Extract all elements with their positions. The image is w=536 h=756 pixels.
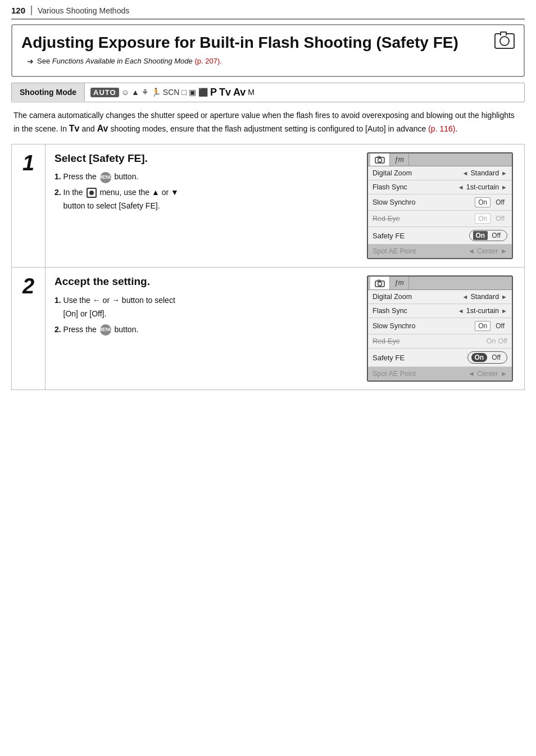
- step-1-sub-1: 1. Press the MENU button.: [54, 170, 347, 184]
- step-2-row-safety-fe: Safety FE On Off: [368, 348, 512, 367]
- step-2-instructions: 1. Use the ← or → button to select [On] …: [54, 294, 347, 336]
- step2-red-eye-label: Red-Eye: [373, 337, 423, 345]
- camera-icon: [494, 33, 515, 49]
- step2-slow-synchro-on: On: [475, 321, 490, 331]
- see-also-text: See Functions Available in Each Shooting…: [37, 57, 222, 65]
- left-arrow-icon: ←: [93, 296, 101, 305]
- p-mode-icon: P: [210, 87, 217, 98]
- step2-dz-arrow-left: ◄: [462, 293, 468, 300]
- step2-spot-ae-arrow-right: ►: [501, 370, 507, 378]
- slow-synchro-off: Off: [493, 198, 507, 207]
- page-header: 120 Various Shooting Methods: [11, 6, 525, 20]
- step-2-row-flash-sync: Flash Sync ◄ 1st-curtain ►: [368, 304, 512, 318]
- step-1-sub-2: 2. In the menu, use the ▲ or ▼ button to…: [54, 186, 347, 213]
- step2-fs-arrow-left: ◄: [458, 307, 464, 314]
- step-1-menu-screenshot: ƒт Digital Zoom ◄ Standard ► Flash Sync …: [367, 152, 513, 260]
- av-bold: Av: [97, 124, 108, 133]
- slow-synchro-label: Slow Synchro: [373, 198, 423, 206]
- see-also-ref: (p. 207).: [194, 57, 221, 65]
- spot-ae-value: ◄ Center ►: [468, 247, 507, 255]
- red-eye-label: Red-Eye: [373, 215, 423, 223]
- stitch-mode-icon: □: [181, 88, 186, 97]
- up-arrow-icon: ▲: [152, 188, 160, 197]
- step-2-sub-1: 1. Use the ← or → button to select [On] …: [54, 294, 347, 321]
- step2-digital-zoom-value: ◄ Standard ►: [462, 293, 507, 301]
- camera-icon-wrap: [494, 33, 515, 49]
- fs-arrow-left: ◄: [458, 184, 464, 191]
- step-1-number: 1: [22, 152, 34, 174]
- slow-synchro-value: On Off: [475, 197, 507, 207]
- step2-safety-fe-on: On: [471, 353, 488, 362]
- step-1-menu-tabs: ƒт: [368, 153, 512, 167]
- step-1-row: 1 Select [Safety FE]. 1. Press the MENU …: [12, 144, 524, 268]
- safety-fe-label: Safety FE: [373, 232, 423, 240]
- section-label: Various Shooting Methods: [38, 6, 129, 15]
- title-box: Adjusting Exposure for Built-in Flash Sh…: [11, 24, 525, 77]
- dz-arrow-right: ►: [501, 170, 507, 176]
- menu-button-icon-2: MENU: [100, 324, 111, 336]
- movie-mode-icon: ▣: [189, 88, 196, 97]
- step-1-title: Select [Safety FE].: [54, 152, 347, 165]
- step-2-row-slow-synchro: Slow Synchro On Off: [368, 318, 512, 334]
- step-2-row-spot-ae: Spot AE Point ◄ Center ►: [368, 367, 512, 381]
- step-1-content: Select [Safety FE]. 1. Press the MENU bu…: [46, 144, 356, 268]
- step-2-sub-2: 2. Press the MENU button.: [54, 323, 347, 337]
- safety-fe-off: Off: [489, 231, 503, 240]
- step-1-tab-settings: ƒт: [390, 153, 409, 166]
- auto-mode-icon: AUTO: [90, 88, 119, 97]
- svg-point-1: [378, 159, 382, 162]
- step-1-row-digital-zoom: Digital Zoom ◄ Standard ►: [368, 166, 512, 180]
- step-2-menu-screenshot: ƒт Digital Zoom ◄ Standard ► Flash Sync …: [367, 275, 513, 382]
- step2-slow-synchro-value: On Off: [475, 321, 507, 331]
- digital-zoom-value: ◄ Standard ►: [462, 169, 507, 177]
- step-2-row: 2 Accept the setting. 1. Use the ← or → …: [12, 268, 524, 390]
- step-2-image-col: ƒт Digital Zoom ◄ Standard ► Flash Sync …: [356, 268, 524, 390]
- step2-spot-ae-value: ◄ Center ►: [468, 370, 507, 378]
- step-2-row-red-eye: Red-Eye On Off: [368, 334, 512, 348]
- digital-zoom-label: Digital Zoom: [373, 169, 423, 177]
- tv-bold: Tv: [69, 124, 80, 133]
- rec-menu-icon: [87, 188, 97, 198]
- main-title: Adjusting Exposure for Built-in Flash Sh…: [21, 33, 515, 52]
- m-mode-icon: M: [248, 88, 255, 97]
- see-also-arrow-icon: ➜: [27, 57, 34, 66]
- step2-spot-ae-arrow-left: ◄: [468, 370, 475, 378]
- step-1-row-red-eye: Red-Eye On Off: [368, 211, 512, 227]
- step-1-row-spot-ae: Spot AE Point ◄ Center ►: [368, 245, 512, 258]
- camera-tab-icon-2: [375, 279, 385, 287]
- safety-fe-on: On: [473, 231, 488, 240]
- tv-mode-icon: Tv: [219, 87, 231, 98]
- step-1-row-flash-sync: Flash Sync ◄ 1st-curtain ►: [368, 180, 512, 194]
- step-2-menu-rows: Digital Zoom ◄ Standard ► Flash Sync ◄ 1…: [368, 290, 512, 381]
- step2-fs-arrow-right: ►: [501, 307, 507, 314]
- desc-ref-link[interactable]: (p. 116): [428, 124, 455, 133]
- step2-slow-synchro-label: Slow Synchro: [373, 322, 423, 330]
- right-arrow-icon: →: [112, 296, 120, 305]
- or-text-2: or: [103, 296, 110, 305]
- camera-tab-icon: [375, 156, 385, 164]
- spot-ae-arrow-left: ◄: [468, 247, 475, 255]
- step2-safety-fe-label: Safety FE: [373, 354, 423, 362]
- shooting-mode-bar: Shooting Mode AUTO ☺ ▲ ⚘ 🏃 SCN □ ▣ ⬛ P T…: [11, 83, 525, 102]
- shooting-mode-icons: AUTO ☺ ▲ ⚘ 🏃 SCN □ ▣ ⬛ P Tv Av M: [85, 83, 260, 102]
- step-1-number-col: 1: [12, 144, 46, 268]
- step-2-menu-tabs: ƒт: [368, 277, 512, 290]
- safety-fe-value: On Off: [469, 230, 507, 241]
- step2-safety-fe-off: Off: [489, 353, 503, 362]
- step-2-title: Accept the setting.: [54, 275, 347, 288]
- step-1-instructions: 1. Press the MENU button. 2. In the menu…: [54, 170, 347, 212]
- step-2-tab-camera: [370, 277, 390, 289]
- step-1-image-col: ƒт Digital Zoom ◄ Standard ► Flash Sync …: [356, 144, 524, 268]
- steps-container: 1 Select [Safety FE]. 1. Press the MENU …: [11, 144, 525, 391]
- step-2-tab-settings: ƒт: [390, 277, 409, 289]
- step-2-content: Accept the setting. 1. Use the ← or → bu…: [46, 268, 356, 390]
- step2-spot-ae-label: Spot AE Point: [373, 370, 423, 378]
- step2-slow-synchro-off: Off: [493, 322, 507, 331]
- menu-button-icon: MENU: [100, 172, 111, 183]
- red-eye-on: On: [475, 214, 490, 224]
- red-eye-off: Off: [493, 214, 507, 223]
- svg-point-4: [378, 282, 382, 286]
- step2-red-eye-value: On Off: [487, 337, 507, 345]
- landscape-mode-icon: ▲: [131, 88, 139, 97]
- spot-ae-label: Spot AE Point: [373, 247, 423, 255]
